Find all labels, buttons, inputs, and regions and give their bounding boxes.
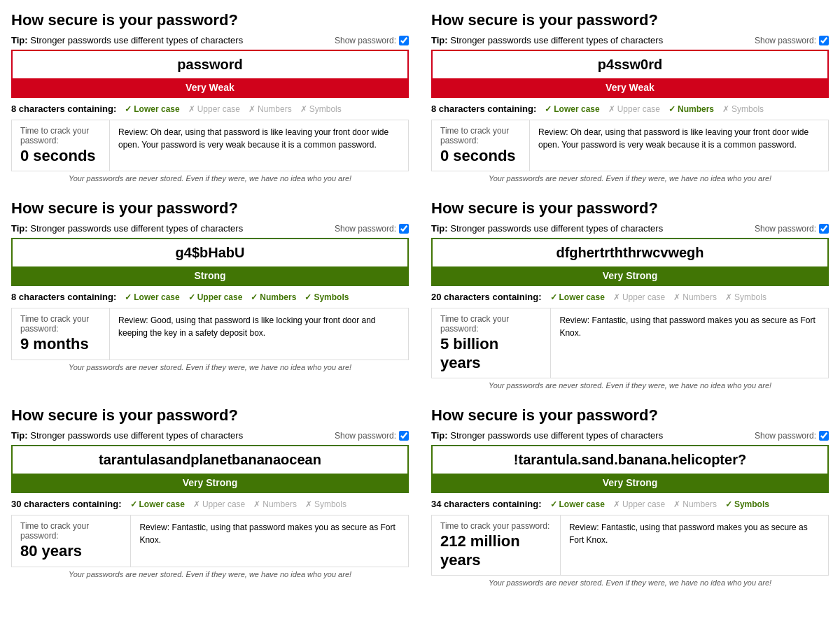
check-icon: ✓ [188, 292, 195, 302]
privacy-note: Your passwords are never stored. Even if… [11, 570, 409, 578]
char-item: ✗ Upper case [188, 104, 240, 114]
widget-w4: How secure is your password? Tip: Strong… [431, 199, 829, 390]
time-value: 0 seconds [20, 147, 101, 165]
widget-w5: How secure is your password? Tip: Strong… [11, 406, 409, 587]
password-input[interactable] [13, 51, 407, 78]
password-input[interactable] [433, 239, 827, 266]
tip-row: Tip: Stronger passwords use different ty… [431, 35, 829, 45]
show-password-label: Show password: [335, 431, 409, 441]
char-item: ✓ Lower case [125, 104, 179, 114]
show-password-checkbox[interactable] [819, 224, 829, 234]
cross-icon: ✗ [305, 499, 312, 509]
chars-count: 8 characters containing: [11, 104, 116, 114]
char-name: Symbols [732, 104, 764, 114]
time-value: 80 years [20, 542, 122, 560]
char-name: Numbers [682, 499, 717, 509]
password-box: Very Weak [11, 50, 409, 98]
cross-icon: ✗ [673, 499, 680, 509]
cross-icon: ✗ [300, 104, 307, 114]
char-item: ✓ Numbers [251, 292, 296, 302]
show-password-checkbox[interactable] [399, 224, 409, 234]
widget-w1: How secure is your password? Tip: Strong… [11, 11, 409, 183]
chars-row: 20 characters containing: ✓ Lower case ✗… [431, 292, 829, 302]
char-item: ✓ Lower case [550, 292, 605, 302]
show-password-label: Show password: [755, 36, 829, 45]
chars-row: 34 characters containing: ✓ Lower case ✗… [431, 499, 829, 509]
char-item: ✓ Symbols [304, 292, 349, 302]
char-name: Upper case [197, 104, 240, 114]
time-col: Time to crack your password: 80 years [12, 515, 131, 566]
cross-icon: ✗ [722, 104, 729, 114]
char-item: ✗ Upper case [608, 104, 660, 114]
char-name: Lower case [559, 292, 605, 302]
char-item: ✓ Lower case [550, 499, 605, 509]
tip-row: Tip: Stronger passwords use different ty… [431, 430, 829, 441]
check-icon: ✓ [550, 292, 557, 302]
show-password-checkbox[interactable] [819, 36, 829, 45]
privacy-note: Your passwords are never stored. Even if… [431, 578, 829, 587]
widgets-grid: How secure is your password? Tip: Strong… [11, 11, 829, 587]
widget-w2: How secure is your password? Tip: Strong… [431, 11, 829, 183]
review-col: Review: Oh dear, using that password is … [530, 120, 828, 171]
tip-row: Tip: Stronger passwords use different ty… [11, 35, 409, 45]
char-name: Lower case [559, 499, 605, 509]
strength-bar: Very Weak [433, 78, 827, 97]
show-password-checkbox[interactable] [819, 431, 829, 441]
time-col: Time to crack your password: 9 months [12, 308, 110, 359]
char-name: Upper case [622, 499, 665, 509]
char-name: Upper case [622, 292, 665, 302]
char-name: Symbols [309, 104, 342, 114]
chars-count: 8 characters containing: [11, 292, 116, 302]
show-password-checkbox[interactable] [399, 36, 409, 45]
password-input[interactable] [433, 51, 827, 78]
chars-row: 30 characters containing: ✓ Lower case ✗… [11, 499, 409, 509]
check-icon: ✓ [545, 104, 552, 114]
char-name: Symbols [734, 292, 766, 302]
strength-bar: Very Strong [433, 266, 827, 285]
char-name: Lower case [139, 499, 185, 509]
widget-title: How secure is your password? [431, 406, 829, 425]
char-item: ✗ Symbols [725, 292, 766, 302]
show-password-checkbox[interactable] [399, 431, 409, 441]
char-item: ✓ Upper case [188, 292, 243, 302]
time-col: Time to crack your password: 0 seconds [432, 120, 530, 171]
review-col: Review: Good, using that password is lik… [110, 308, 408, 359]
char-name: Upper case [202, 499, 245, 509]
char-name: Upper case [197, 292, 243, 302]
char-item: ✗ Numbers [673, 499, 717, 509]
privacy-note: Your passwords are never stored. Even if… [11, 363, 409, 371]
char-item: ✗ Numbers [248, 104, 292, 114]
cross-icon: ✗ [725, 292, 732, 302]
chars-row: 8 characters containing: ✓ Lower case ✗ … [431, 104, 829, 114]
char-name: Numbers [262, 499, 297, 509]
char-item: ✗ Numbers [253, 499, 297, 509]
widget-w3: How secure is your password? Tip: Strong… [11, 199, 409, 390]
password-input[interactable] [13, 239, 407, 266]
password-box: Very Weak [431, 50, 829, 98]
time-label: Time to crack your password: [20, 126, 101, 145]
show-password-label: Show password: [755, 431, 829, 441]
char-item: ✗ Upper case [613, 499, 665, 509]
details-row: Time to crack your password: 5 billion y… [431, 308, 829, 378]
password-input[interactable] [13, 446, 407, 474]
strength-bar: Very Weak [13, 78, 407, 97]
details-row: Time to crack your password: 212 million… [431, 515, 829, 576]
review-col: Review: Fantastic, using that password m… [131, 515, 408, 566]
chars-row: 8 characters containing: ✓ Lower case ✗ … [11, 104, 409, 114]
chars-count: 8 characters containing: [431, 104, 536, 114]
cross-icon: ✗ [248, 104, 255, 114]
show-password-label: Show password: [335, 36, 409, 45]
show-password-label: Show password: [755, 224, 829, 234]
strength-bar: Very Strong [433, 474, 827, 492]
chars-count: 34 characters containing: [431, 499, 542, 509]
check-icon: ✓ [125, 104, 132, 114]
char-name: Numbers [260, 292, 296, 302]
review-col: Review: Fantastic, using that password m… [561, 515, 828, 575]
check-icon: ✓ [550, 499, 557, 509]
char-name: Numbers [682, 292, 717, 302]
password-input[interactable] [433, 446, 827, 474]
char-name: Lower case [554, 104, 599, 114]
strength-bar: Very Strong [13, 474, 407, 492]
privacy-note: Your passwords are never stored. Even if… [431, 174, 829, 183]
char-item: ✓ Numbers [668, 104, 714, 114]
